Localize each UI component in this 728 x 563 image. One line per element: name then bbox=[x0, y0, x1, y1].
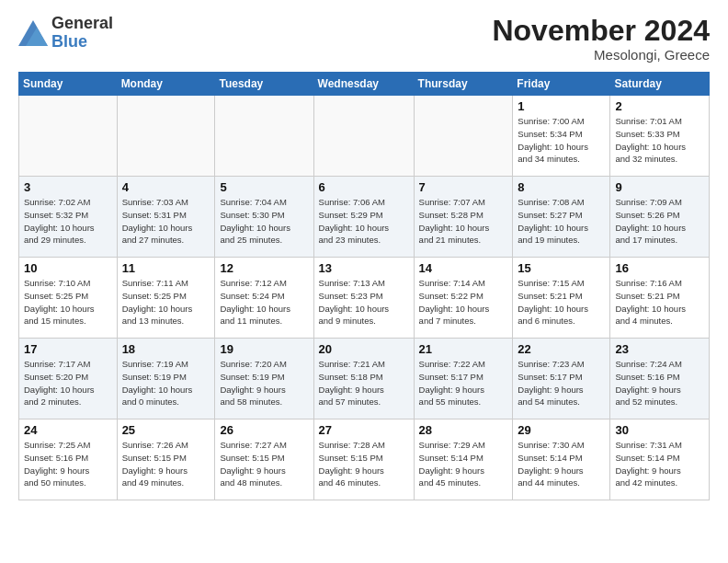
calendar-week-row: 10Sunrise: 7:10 AM Sunset: 5:25 PM Dayli… bbox=[19, 258, 710, 339]
calendar-empty-cell bbox=[19, 96, 118, 177]
day-number: 28 bbox=[419, 423, 508, 437]
day-info: Sunrise: 7:25 AM Sunset: 5:16 PM Dayligh… bbox=[24, 439, 112, 489]
calendar-day-9: 9Sunrise: 7:09 AM Sunset: 5:26 PM Daylig… bbox=[610, 177, 710, 258]
day-info: Sunrise: 7:03 AM Sunset: 5:31 PM Dayligh… bbox=[122, 196, 210, 247]
day-info: Sunrise: 7:07 AM Sunset: 5:28 PM Dayligh… bbox=[419, 196, 508, 247]
day-number: 2 bbox=[615, 99, 704, 113]
day-number: 12 bbox=[220, 261, 308, 275]
day-info: Sunrise: 7:21 AM Sunset: 5:18 PM Dayligh… bbox=[319, 358, 409, 408]
logo-icon bbox=[18, 20, 48, 46]
day-header-tuesday: Tuesday bbox=[215, 73, 313, 96]
calendar-day-25: 25Sunrise: 7:26 AM Sunset: 5:15 PM Dayli… bbox=[117, 419, 215, 500]
day-header-sunday: Sunday bbox=[19, 73, 118, 96]
calendar-day-7: 7Sunrise: 7:07 AM Sunset: 5:28 PM Daylig… bbox=[414, 177, 513, 258]
calendar-day-24: 24Sunrise: 7:25 AM Sunset: 5:16 PM Dayli… bbox=[19, 419, 118, 500]
day-info: Sunrise: 7:22 AM Sunset: 5:17 PM Dayligh… bbox=[419, 358, 508, 408]
day-number: 3 bbox=[24, 180, 112, 194]
day-number: 29 bbox=[518, 423, 605, 437]
day-number: 6 bbox=[319, 180, 409, 194]
calendar-week-row: 3Sunrise: 7:02 AM Sunset: 5:32 PM Daylig… bbox=[19, 177, 710, 258]
calendar-empty-cell bbox=[414, 96, 513, 177]
day-number: 27 bbox=[319, 423, 409, 437]
day-number: 16 bbox=[615, 261, 704, 275]
logo-text: General Blue bbox=[51, 15, 113, 52]
day-info: Sunrise: 7:29 AM Sunset: 5:14 PM Dayligh… bbox=[419, 439, 508, 489]
calendar-day-20: 20Sunrise: 7:21 AM Sunset: 5:18 PM Dayli… bbox=[313, 339, 414, 419]
calendar-day-29: 29Sunrise: 7:30 AM Sunset: 5:14 PM Dayli… bbox=[513, 419, 610, 500]
day-info: Sunrise: 7:24 AM Sunset: 5:16 PM Dayligh… bbox=[615, 358, 704, 408]
day-info: Sunrise: 7:30 AM Sunset: 5:14 PM Dayligh… bbox=[518, 439, 605, 489]
day-info: Sunrise: 7:19 AM Sunset: 5:19 PM Dayligh… bbox=[122, 358, 210, 408]
day-info: Sunrise: 7:00 AM Sunset: 5:34 PM Dayligh… bbox=[518, 115, 605, 166]
day-number: 22 bbox=[518, 342, 605, 356]
logo-general: General bbox=[51, 14, 113, 32]
day-number: 25 bbox=[122, 423, 210, 437]
day-number: 4 bbox=[122, 180, 210, 194]
day-info: Sunrise: 7:10 AM Sunset: 5:25 PM Dayligh… bbox=[24, 277, 112, 327]
day-info: Sunrise: 7:02 AM Sunset: 5:32 PM Dayligh… bbox=[24, 196, 112, 247]
calendar-day-26: 26Sunrise: 7:27 AM Sunset: 5:15 PM Dayli… bbox=[215, 419, 313, 500]
calendar-empty-cell bbox=[117, 96, 215, 177]
calendar-empty-cell bbox=[215, 96, 313, 177]
month-title: November 2024 bbox=[492, 15, 710, 47]
day-number: 19 bbox=[220, 342, 308, 356]
calendar-day-27: 27Sunrise: 7:28 AM Sunset: 5:15 PM Dayli… bbox=[313, 419, 414, 500]
day-info: Sunrise: 7:28 AM Sunset: 5:15 PM Dayligh… bbox=[319, 439, 409, 489]
calendar-day-4: 4Sunrise: 7:03 AM Sunset: 5:31 PM Daylig… bbox=[117, 177, 215, 258]
calendar-day-6: 6Sunrise: 7:06 AM Sunset: 5:29 PM Daylig… bbox=[313, 177, 414, 258]
calendar-day-1: 1Sunrise: 7:00 AM Sunset: 5:34 PM Daylig… bbox=[513, 96, 610, 177]
day-info: Sunrise: 7:11 AM Sunset: 5:25 PM Dayligh… bbox=[122, 277, 210, 327]
day-info: Sunrise: 7:14 AM Sunset: 5:22 PM Dayligh… bbox=[419, 277, 508, 327]
calendar-header-row: SundayMondayTuesdayWednesdayThursdayFrid… bbox=[19, 73, 710, 96]
day-number: 8 bbox=[518, 180, 605, 194]
calendar-day-21: 21Sunrise: 7:22 AM Sunset: 5:17 PM Dayli… bbox=[414, 339, 513, 419]
calendar-week-row: 1Sunrise: 7:00 AM Sunset: 5:34 PM Daylig… bbox=[19, 96, 710, 177]
calendar-day-17: 17Sunrise: 7:17 AM Sunset: 5:20 PM Dayli… bbox=[19, 339, 118, 419]
day-info: Sunrise: 7:04 AM Sunset: 5:30 PM Dayligh… bbox=[220, 196, 308, 247]
calendar-day-8: 8Sunrise: 7:08 AM Sunset: 5:27 PM Daylig… bbox=[513, 177, 610, 258]
day-number: 26 bbox=[220, 423, 308, 437]
day-info: Sunrise: 7:26 AM Sunset: 5:15 PM Dayligh… bbox=[122, 439, 210, 489]
title-block: November 2024 Mesolongi, Greece bbox=[492, 15, 710, 63]
day-info: Sunrise: 7:31 AM Sunset: 5:14 PM Dayligh… bbox=[615, 439, 704, 489]
calendar-day-19: 19Sunrise: 7:20 AM Sunset: 5:19 PM Dayli… bbox=[215, 339, 313, 419]
day-number: 18 bbox=[122, 342, 210, 356]
day-number: 14 bbox=[419, 261, 508, 275]
day-info: Sunrise: 7:12 AM Sunset: 5:24 PM Dayligh… bbox=[220, 277, 308, 327]
day-number: 17 bbox=[24, 342, 112, 356]
calendar-day-23: 23Sunrise: 7:24 AM Sunset: 5:16 PM Dayli… bbox=[610, 339, 710, 419]
day-number: 7 bbox=[419, 180, 508, 194]
day-header-monday: Monday bbox=[117, 73, 215, 96]
day-number: 30 bbox=[615, 423, 704, 437]
calendar-table: SundayMondayTuesdayWednesdayThursdayFrid… bbox=[18, 72, 710, 500]
day-number: 15 bbox=[518, 261, 605, 275]
calendar-day-12: 12Sunrise: 7:12 AM Sunset: 5:24 PM Dayli… bbox=[215, 258, 313, 339]
day-info: Sunrise: 7:27 AM Sunset: 5:15 PM Dayligh… bbox=[220, 439, 308, 489]
calendar-page: General Blue November 2024 Mesolongi, Gr… bbox=[0, 0, 728, 510]
day-info: Sunrise: 7:20 AM Sunset: 5:19 PM Dayligh… bbox=[220, 358, 308, 408]
day-number: 5 bbox=[220, 180, 308, 194]
calendar-day-14: 14Sunrise: 7:14 AM Sunset: 5:22 PM Dayli… bbox=[414, 258, 513, 339]
calendar-day-11: 11Sunrise: 7:11 AM Sunset: 5:25 PM Dayli… bbox=[117, 258, 215, 339]
day-header-saturday: Saturday bbox=[610, 73, 710, 96]
calendar-day-3: 3Sunrise: 7:02 AM Sunset: 5:32 PM Daylig… bbox=[19, 177, 118, 258]
day-header-wednesday: Wednesday bbox=[313, 73, 414, 96]
calendar-day-2: 2Sunrise: 7:01 AM Sunset: 5:33 PM Daylig… bbox=[610, 96, 710, 177]
logo: General Blue bbox=[18, 15, 113, 52]
day-info: Sunrise: 7:23 AM Sunset: 5:17 PM Dayligh… bbox=[518, 358, 605, 408]
calendar-day-18: 18Sunrise: 7:19 AM Sunset: 5:19 PM Dayli… bbox=[117, 339, 215, 419]
day-number: 11 bbox=[122, 261, 210, 275]
calendar-day-10: 10Sunrise: 7:10 AM Sunset: 5:25 PM Dayli… bbox=[19, 258, 118, 339]
day-number: 13 bbox=[319, 261, 409, 275]
page-header: General Blue November 2024 Mesolongi, Gr… bbox=[18, 15, 710, 63]
day-header-friday: Friday bbox=[513, 73, 610, 96]
calendar-day-30: 30Sunrise: 7:31 AM Sunset: 5:14 PM Dayli… bbox=[610, 419, 710, 500]
calendar-day-15: 15Sunrise: 7:15 AM Sunset: 5:21 PM Dayli… bbox=[513, 258, 610, 339]
calendar-day-28: 28Sunrise: 7:29 AM Sunset: 5:14 PM Dayli… bbox=[414, 419, 513, 500]
day-info: Sunrise: 7:17 AM Sunset: 5:20 PM Dayligh… bbox=[24, 358, 112, 408]
day-info: Sunrise: 7:08 AM Sunset: 5:27 PM Dayligh… bbox=[518, 196, 605, 247]
day-number: 21 bbox=[419, 342, 508, 356]
calendar-day-16: 16Sunrise: 7:16 AM Sunset: 5:21 PM Dayli… bbox=[610, 258, 710, 339]
calendar-day-5: 5Sunrise: 7:04 AM Sunset: 5:30 PM Daylig… bbox=[215, 177, 313, 258]
day-info: Sunrise: 7:16 AM Sunset: 5:21 PM Dayligh… bbox=[615, 277, 704, 327]
